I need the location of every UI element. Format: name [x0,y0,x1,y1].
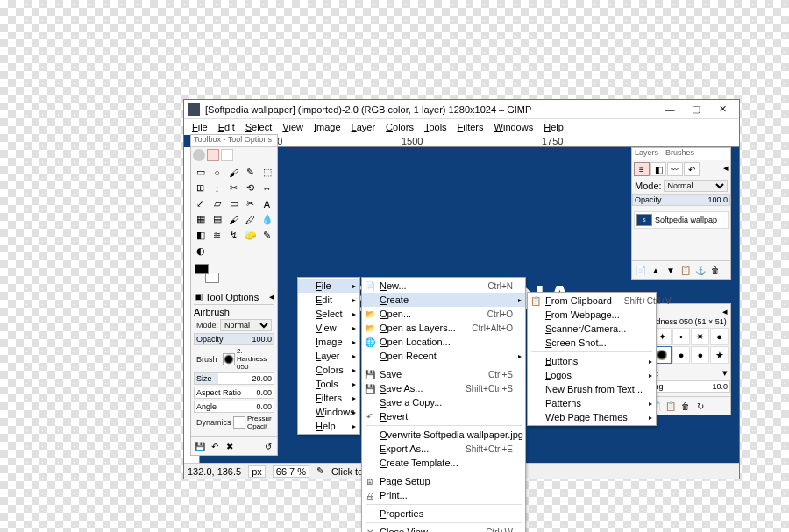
minimize-button[interactable]: — [657,101,683,118]
channels-tab[interactable]: ◧ [650,162,666,176]
tool-button[interactable]: ⊞ [193,181,208,195]
layer-row[interactable]: S Softpedia wallpap [634,211,729,229]
layers-header[interactable]: Layers - Brushes [632,148,730,160]
menu-item[interactable]: Colors▸ [298,363,359,377]
size-slider[interactable]: Size 20.00 [194,372,274,385]
menu-item[interactable]: Buttons▸ [528,354,656,368]
dock-menu-icon[interactable]: ◂ [722,306,728,317]
menu-item[interactable]: Windows▸ [298,405,359,419]
submenu-file[interactable]: 📄New...Ctrl+NCreate▸📂Open...Ctrl+O📂Open … [361,277,526,532]
menu-item[interactable]: Scanner/Camera... [528,322,656,336]
tool-button[interactable]: ⬚ [259,165,274,180]
menu-item[interactable]: Screen Shot... [528,336,656,350]
menu-help[interactable]: Help [539,121,568,133]
brush-item[interactable]: ● [672,346,691,364]
menu-item[interactable]: Web Page Themes▸ [528,410,656,424]
submenu-create[interactable]: 📋From ClipboardShift+Ctrl+VFrom Webpage.… [527,292,657,426]
angle-slider[interactable]: Angle 0.00 [194,401,274,413]
menu-item[interactable]: 💾SaveCtrl+S [362,367,525,381]
tool-button[interactable]: ≋ [210,228,224,243]
tool-button[interactable]: ▭ [193,165,208,180]
context-menu-main[interactable]: File▸Edit▸Select▸View▸Image▸Layer▸Colors… [297,277,360,435]
tool-button[interactable]: ▱ [210,196,224,211]
ruler-horizontal[interactable]: 1250 1500 1750 [200,135,739,147]
menu-icon[interactable]: ◂ [269,291,274,302]
delete-layer-icon[interactable]: 🗑 [709,264,721,276]
status-zoom[interactable]: 66.7 % [273,465,309,478]
menu-item[interactable]: Layer▸ [298,349,359,363]
anchor-layer-icon[interactable]: ⚓ [694,264,707,276]
tool-button[interactable]: ✂ [243,196,258,211]
tool-button[interactable]: ◧ [193,228,208,243]
menu-item[interactable]: 📋From ClipboardShift+Ctrl+V [528,294,656,308]
new-layer-icon[interactable]: 📄 [635,264,647,276]
toolbox-header[interactable]: Toolbox - Tool Options [191,135,277,147]
brush-item[interactable]: ● [710,328,729,345]
menu-item[interactable]: Logos▸ [528,368,656,382]
tool-button[interactable]: ◐ [193,244,208,259]
tool-button[interactable]: ✎ [243,165,258,180]
menu-item[interactable]: File▸ [298,279,359,293]
delete-preset-icon[interactable]: ✖ [224,440,236,452]
menu-item[interactable]: View▸ [298,321,359,335]
close-button[interactable]: ✕ [709,101,736,118]
brush-item[interactable]: ● [691,346,709,364]
save-preset-icon[interactable]: 💾 [194,440,206,452]
paths-tab[interactable]: 〰 [667,162,683,176]
dock-menu-icon[interactable]: ◂ [723,162,729,176]
tool-button[interactable]: ✎ [259,228,274,243]
tool-button[interactable]: ↯ [226,228,241,243]
menu-item[interactable]: 📂Open...Ctrl+O [362,307,525,321]
tool-button[interactable]: 🖊 [243,212,258,227]
opacity-slider[interactable]: Opacity 100.0 [194,333,274,345]
tool-button[interactable]: ▭ [226,196,241,211]
tab-icon[interactable] [221,149,233,161]
tool-button[interactable]: ○ [210,165,224,180]
maximize-button[interactable]: ▢ [683,101,709,118]
menu-edit[interactable]: Edit [214,121,239,133]
layer-mode-select[interactable]: Normal [664,180,728,192]
menu-tools[interactable]: Tools [420,121,451,133]
refresh-brush-icon[interactable]: ↻ [694,400,707,412]
menu-item[interactable]: 🌐Open Location... [362,335,525,349]
menu-item[interactable]: 🖨Print... [362,488,525,502]
menu-item[interactable]: Open Recent▸ [362,349,525,363]
tool-button[interactable]: ✂ [226,181,241,195]
tool-button[interactable]: 🖌 [226,212,241,227]
menu-item[interactable]: Export As...Shift+Ctrl+E [362,442,525,456]
brush-preview[interactable] [223,353,235,365]
tool-button[interactable]: 🖌 [226,165,241,180]
menu-item[interactable]: Properties [362,507,525,521]
menu-item[interactable]: Select▸ [298,307,359,321]
reset-icon[interactable]: ↺ [262,440,274,452]
menu-item[interactable]: 📂Open as Layers...Ctrl+Alt+O [362,321,525,335]
collapse-icon[interactable]: ▣ [194,291,203,302]
brush-item[interactable]: • [672,328,691,345]
tool-button[interactable]: ▤ [210,212,224,227]
menu-item[interactable]: From Webpage... [528,308,656,322]
menu-item[interactable]: 🗎Page Setup [362,474,525,488]
menu-item[interactable]: Filters▸ [298,391,359,405]
tool-button[interactable]: ↕ [210,181,224,195]
layers-dock[interactable]: Layers - Brushes ≡ ◧ 〰 ↶ ◂ Mode: Normal … [631,147,731,280]
menu-item[interactable]: New Brush from Text... [528,382,656,396]
menu-item[interactable]: ✕Close ViewCtrl+W [362,525,525,532]
tab-icon[interactable] [207,149,219,161]
tool-button[interactable]: ⟲ [243,181,258,195]
menu-item[interactable]: ↶Revert [362,409,525,423]
menu-item[interactable]: 💾Save As...Shift+Ctrl+S [362,381,525,395]
menu-view[interactable]: View [278,121,308,133]
raise-layer-icon[interactable]: ▲ [650,264,662,276]
duplicate-brush-icon[interactable]: 📋 [665,400,677,412]
restore-preset-icon[interactable]: ↶ [209,440,221,452]
menu-select[interactable]: Select [241,121,277,133]
fg-color-swatch[interactable] [195,264,209,274]
tool-button[interactable]: ↔ [259,181,274,195]
menu-item[interactable]: Overwrite Softpedia wallpaper.jpg [362,428,525,442]
duplicate-layer-icon[interactable]: 📋 [679,264,692,276]
tool-button[interactable]: ▦ [193,212,208,227]
brush-item[interactable]: ✷ [691,328,709,345]
tool-button[interactable]: 🧽 [243,228,258,243]
aspect-slider[interactable]: Aspect Ratio 0.00 [194,387,274,399]
tool-button[interactable]: 💧 [259,212,274,227]
